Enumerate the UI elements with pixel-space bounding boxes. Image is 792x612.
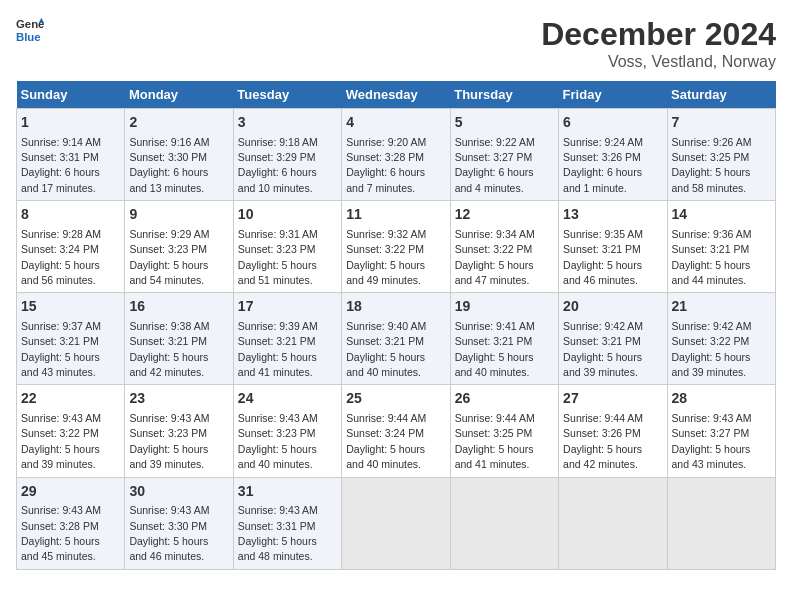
- day-number: 14: [672, 205, 771, 225]
- day-number: 19: [455, 297, 554, 317]
- day-number: 7: [672, 113, 771, 133]
- calendar-cell: 15Sunrise: 9:37 AM Sunset: 3:21 PM Dayli…: [17, 293, 125, 385]
- day-info: Sunrise: 9:29 AM Sunset: 3:23 PM Dayligh…: [129, 228, 209, 286]
- calendar-cell: 22Sunrise: 9:43 AM Sunset: 3:22 PM Dayli…: [17, 385, 125, 477]
- day-number: 10: [238, 205, 337, 225]
- week-row-2: 8Sunrise: 9:28 AM Sunset: 3:24 PM Daylig…: [17, 201, 776, 293]
- day-info: Sunrise: 9:44 AM Sunset: 3:24 PM Dayligh…: [346, 412, 426, 470]
- day-number: 13: [563, 205, 662, 225]
- day-number: 4: [346, 113, 445, 133]
- calendar-cell: 30Sunrise: 9:43 AM Sunset: 3:30 PM Dayli…: [125, 477, 233, 569]
- day-number: 8: [21, 205, 120, 225]
- week-row-1: 1Sunrise: 9:14 AM Sunset: 3:31 PM Daylig…: [17, 109, 776, 201]
- week-row-4: 22Sunrise: 9:43 AM Sunset: 3:22 PM Dayli…: [17, 385, 776, 477]
- calendar-cell: 20Sunrise: 9:42 AM Sunset: 3:21 PM Dayli…: [559, 293, 667, 385]
- day-number: 15: [21, 297, 120, 317]
- calendar-body: 1Sunrise: 9:14 AM Sunset: 3:31 PM Daylig…: [17, 109, 776, 570]
- calendar-cell: 8Sunrise: 9:28 AM Sunset: 3:24 PM Daylig…: [17, 201, 125, 293]
- day-number: 24: [238, 389, 337, 409]
- calendar-cell: 25Sunrise: 9:44 AM Sunset: 3:24 PM Dayli…: [342, 385, 450, 477]
- day-number: 30: [129, 482, 228, 502]
- day-info: Sunrise: 9:26 AM Sunset: 3:25 PM Dayligh…: [672, 136, 752, 194]
- day-info: Sunrise: 9:40 AM Sunset: 3:21 PM Dayligh…: [346, 320, 426, 378]
- calendar-cell: 13Sunrise: 9:35 AM Sunset: 3:21 PM Dayli…: [559, 201, 667, 293]
- day-number: 23: [129, 389, 228, 409]
- day-info: Sunrise: 9:44 AM Sunset: 3:25 PM Dayligh…: [455, 412, 535, 470]
- day-info: Sunrise: 9:38 AM Sunset: 3:21 PM Dayligh…: [129, 320, 209, 378]
- day-info: Sunrise: 9:43 AM Sunset: 3:31 PM Dayligh…: [238, 504, 318, 562]
- subtitle: Voss, Vestland, Norway: [541, 53, 776, 71]
- calendar-table: SundayMondayTuesdayWednesdayThursdayFrid…: [16, 81, 776, 570]
- day-info: Sunrise: 9:43 AM Sunset: 3:27 PM Dayligh…: [672, 412, 752, 470]
- day-info: Sunrise: 9:43 AM Sunset: 3:23 PM Dayligh…: [129, 412, 209, 470]
- svg-text:General: General: [16, 18, 44, 30]
- day-number: 28: [672, 389, 771, 409]
- logo-icon: General Blue: [16, 16, 44, 44]
- day-number: 12: [455, 205, 554, 225]
- calendar-cell: [342, 477, 450, 569]
- day-info: Sunrise: 9:39 AM Sunset: 3:21 PM Dayligh…: [238, 320, 318, 378]
- calendar-cell: 27Sunrise: 9:44 AM Sunset: 3:26 PM Dayli…: [559, 385, 667, 477]
- calendar-cell: 9Sunrise: 9:29 AM Sunset: 3:23 PM Daylig…: [125, 201, 233, 293]
- day-info: Sunrise: 9:16 AM Sunset: 3:30 PM Dayligh…: [129, 136, 209, 194]
- day-info: Sunrise: 9:24 AM Sunset: 3:26 PM Dayligh…: [563, 136, 643, 194]
- day-number: 9: [129, 205, 228, 225]
- day-number: 26: [455, 389, 554, 409]
- logo: General Blue: [16, 16, 44, 44]
- svg-text:Blue: Blue: [16, 31, 41, 43]
- day-info: Sunrise: 9:42 AM Sunset: 3:21 PM Dayligh…: [563, 320, 643, 378]
- header-cell-saturday: Saturday: [667, 81, 775, 109]
- day-number: 25: [346, 389, 445, 409]
- day-info: Sunrise: 9:14 AM Sunset: 3:31 PM Dayligh…: [21, 136, 101, 194]
- calendar-cell: 2Sunrise: 9:16 AM Sunset: 3:30 PM Daylig…: [125, 109, 233, 201]
- day-info: Sunrise: 9:43 AM Sunset: 3:22 PM Dayligh…: [21, 412, 101, 470]
- calendar-cell: 4Sunrise: 9:20 AM Sunset: 3:28 PM Daylig…: [342, 109, 450, 201]
- header-cell-wednesday: Wednesday: [342, 81, 450, 109]
- calendar-cell: 7Sunrise: 9:26 AM Sunset: 3:25 PM Daylig…: [667, 109, 775, 201]
- day-info: Sunrise: 9:36 AM Sunset: 3:21 PM Dayligh…: [672, 228, 752, 286]
- calendar-cell: 10Sunrise: 9:31 AM Sunset: 3:23 PM Dayli…: [233, 201, 341, 293]
- calendar-cell: 1Sunrise: 9:14 AM Sunset: 3:31 PM Daylig…: [17, 109, 125, 201]
- header: General Blue December 2024 Voss, Vestlan…: [16, 16, 776, 71]
- calendar-cell: 6Sunrise: 9:24 AM Sunset: 3:26 PM Daylig…: [559, 109, 667, 201]
- day-number: 1: [21, 113, 120, 133]
- calendar-cell: [559, 477, 667, 569]
- calendar-cell: 12Sunrise: 9:34 AM Sunset: 3:22 PM Dayli…: [450, 201, 558, 293]
- day-number: 16: [129, 297, 228, 317]
- day-info: Sunrise: 9:43 AM Sunset: 3:28 PM Dayligh…: [21, 504, 101, 562]
- day-number: 5: [455, 113, 554, 133]
- calendar-cell: 24Sunrise: 9:43 AM Sunset: 3:23 PM Dayli…: [233, 385, 341, 477]
- calendar-cell: 29Sunrise: 9:43 AM Sunset: 3:28 PM Dayli…: [17, 477, 125, 569]
- calendar-cell: 31Sunrise: 9:43 AM Sunset: 3:31 PM Dayli…: [233, 477, 341, 569]
- day-info: Sunrise: 9:20 AM Sunset: 3:28 PM Dayligh…: [346, 136, 426, 194]
- day-number: 20: [563, 297, 662, 317]
- header-cell-tuesday: Tuesday: [233, 81, 341, 109]
- calendar-cell: 26Sunrise: 9:44 AM Sunset: 3:25 PM Dayli…: [450, 385, 558, 477]
- calendar-cell: 23Sunrise: 9:43 AM Sunset: 3:23 PM Dayli…: [125, 385, 233, 477]
- day-number: 29: [21, 482, 120, 502]
- title-area: December 2024 Voss, Vestland, Norway: [541, 16, 776, 71]
- day-info: Sunrise: 9:34 AM Sunset: 3:22 PM Dayligh…: [455, 228, 535, 286]
- day-info: Sunrise: 9:37 AM Sunset: 3:21 PM Dayligh…: [21, 320, 101, 378]
- day-number: 6: [563, 113, 662, 133]
- calendar-cell: 28Sunrise: 9:43 AM Sunset: 3:27 PM Dayli…: [667, 385, 775, 477]
- calendar-cell: [450, 477, 558, 569]
- day-number: 11: [346, 205, 445, 225]
- day-info: Sunrise: 9:28 AM Sunset: 3:24 PM Dayligh…: [21, 228, 101, 286]
- day-number: 17: [238, 297, 337, 317]
- day-info: Sunrise: 9:35 AM Sunset: 3:21 PM Dayligh…: [563, 228, 643, 286]
- calendar-cell: 3Sunrise: 9:18 AM Sunset: 3:29 PM Daylig…: [233, 109, 341, 201]
- header-cell-monday: Monday: [125, 81, 233, 109]
- calendar-header-row: SundayMondayTuesdayWednesdayThursdayFrid…: [17, 81, 776, 109]
- day-info: Sunrise: 9:42 AM Sunset: 3:22 PM Dayligh…: [672, 320, 752, 378]
- day-info: Sunrise: 9:43 AM Sunset: 3:23 PM Dayligh…: [238, 412, 318, 470]
- header-cell-sunday: Sunday: [17, 81, 125, 109]
- day-number: 2: [129, 113, 228, 133]
- calendar-cell: 5Sunrise: 9:22 AM Sunset: 3:27 PM Daylig…: [450, 109, 558, 201]
- day-info: Sunrise: 9:22 AM Sunset: 3:27 PM Dayligh…: [455, 136, 535, 194]
- day-number: 31: [238, 482, 337, 502]
- day-info: Sunrise: 9:44 AM Sunset: 3:26 PM Dayligh…: [563, 412, 643, 470]
- main-title: December 2024: [541, 16, 776, 53]
- day-number: 22: [21, 389, 120, 409]
- calendar-cell: 19Sunrise: 9:41 AM Sunset: 3:21 PM Dayli…: [450, 293, 558, 385]
